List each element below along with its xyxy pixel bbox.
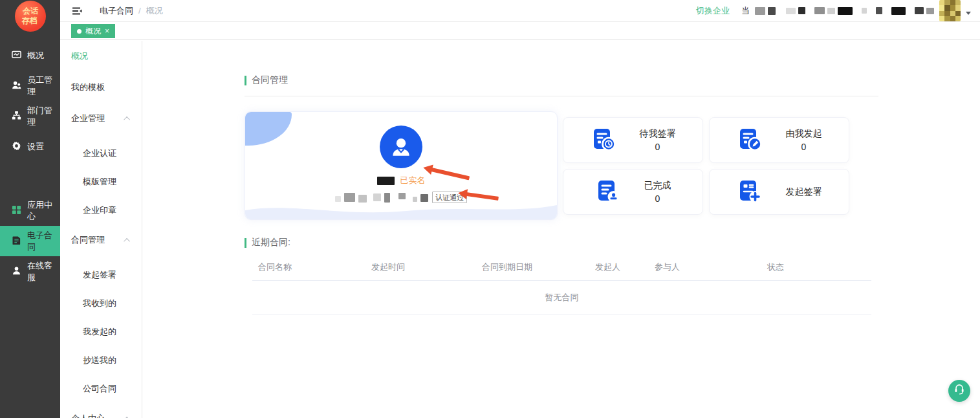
submenu-item-cc-to-me[interactable]: 抄送我的 bbox=[60, 346, 142, 375]
doc-add-icon bbox=[737, 178, 763, 206]
current-company-prefix: 当 bbox=[741, 5, 750, 17]
headset-icon bbox=[953, 383, 966, 399]
submenu-item-enterprise-seal[interactable]: 企业印章 bbox=[60, 196, 142, 225]
submenu-item-company-contracts[interactable]: 公司合同 bbox=[60, 375, 142, 403]
switch-company-link[interactable]: 切换企业 bbox=[696, 5, 730, 17]
column-contract-name: 合同名称 bbox=[252, 261, 365, 273]
submenu-label: 企业管理 bbox=[71, 113, 105, 124]
stat-card-start-signing[interactable]: 发起签署 bbox=[709, 169, 849, 215]
submenu-group-personal-center[interactable]: 个人中心 bbox=[60, 403, 142, 418]
stat-value: 0 bbox=[786, 140, 822, 153]
sidebar-item-label: 电子合同 bbox=[27, 230, 60, 253]
submenu-item-my-templates[interactable]: 我的模板 bbox=[60, 72, 142, 103]
doc-edit-icon bbox=[737, 126, 763, 155]
doc-clock-icon bbox=[591, 126, 616, 155]
caret-down-icon[interactable] bbox=[966, 12, 971, 15]
submenu-item-received[interactable]: 我收到的 bbox=[60, 289, 142, 318]
submenu-label: 概况 bbox=[71, 50, 88, 62]
submenu-label: 我收到的 bbox=[83, 298, 116, 309]
sidebar-item-settings[interactable]: 设置 bbox=[0, 131, 60, 162]
sidebar-item-label: 应用中心 bbox=[27, 199, 60, 223]
sidebar-item-departments[interactable]: 部门管理 bbox=[0, 101, 60, 131]
sidebar-item-app-center[interactable]: 应用中心 bbox=[0, 195, 60, 226]
section-title-contract-mgmt: 合同管理 bbox=[245, 74, 878, 86]
breadcrumb-current[interactable]: 概况 bbox=[146, 5, 163, 17]
section-title-text: 近期合同: bbox=[252, 237, 290, 248]
submenu-item-template-mgmt[interactable]: 模版管理 bbox=[60, 168, 142, 196]
submenu-label: 企业印章 bbox=[83, 204, 116, 216]
sidebar-item-e-contract[interactable]: 电子合同 bbox=[0, 226, 60, 256]
collapse-menu-icon[interactable] bbox=[71, 5, 83, 17]
main-content: 合同管理 已实名 bbox=[143, 41, 980, 418]
sidebar-item-label: 在线客服 bbox=[27, 260, 60, 283]
redacted-user-name bbox=[377, 177, 395, 185]
submenu-label: 我发起的 bbox=[83, 326, 116, 338]
column-participants: 参与人 bbox=[649, 261, 761, 273]
sidebar-item-label: 员工管理 bbox=[27, 74, 60, 98]
submenu-group-enterprise-mgmt[interactable]: 企业管理 bbox=[60, 103, 142, 134]
app-logo[interactable]: 会话 存档 bbox=[15, 1, 46, 32]
submenu-label: 模版管理 bbox=[83, 176, 116, 188]
profile-card: 已实名 认证通过 bbox=[245, 111, 558, 220]
support-icon bbox=[12, 266, 21, 278]
submenu-label: 公司合同 bbox=[83, 383, 116, 395]
submenu-item-initiate-sign[interactable]: 发起签署 bbox=[60, 261, 142, 289]
settings-icon bbox=[12, 141, 21, 153]
sidebar-item-online-support[interactable]: 在线客服 bbox=[0, 256, 60, 287]
breadcrumb-root[interactable]: 电子合同 bbox=[100, 5, 133, 17]
tab-active-dot-icon bbox=[77, 29, 82, 34]
customer-service-button[interactable] bbox=[948, 380, 970, 402]
chevron-up-icon bbox=[124, 237, 130, 244]
top-bar: 电子合同 / 概况 切换企业 当 bbox=[60, 0, 980, 22]
tab-overview[interactable]: 概况 × bbox=[71, 24, 115, 38]
stat-label: 发起签署 bbox=[786, 185, 822, 198]
user-avatar-icon bbox=[380, 126, 422, 168]
submenu-label: 我的模板 bbox=[71, 82, 105, 93]
submenu-label: 合同管理 bbox=[71, 234, 105, 246]
stat-value: 0 bbox=[644, 192, 671, 205]
user-avatar[interactable] bbox=[939, 0, 961, 21]
tab-close-icon[interactable]: × bbox=[105, 27, 109, 36]
column-status: 状态 bbox=[761, 261, 871, 273]
submenu-label: 发起签署 bbox=[83, 269, 116, 281]
sidebar-item-label: 部门管理 bbox=[27, 105, 60, 128]
doc-stamp-icon bbox=[595, 178, 621, 206]
recent-contracts-table: 合同名称 发起时间 合同到期日期 发起人 参与人 状态 暂无合同 bbox=[252, 254, 871, 314]
redacted-company-name bbox=[755, 7, 934, 15]
submenu-label: 个人中心 bbox=[71, 413, 105, 418]
submenu-item-overview[interactable]: 概况 bbox=[60, 41, 142, 72]
realname-badge: 已实名 bbox=[400, 175, 426, 186]
chevron-up-icon bbox=[124, 116, 130, 122]
secondary-sidebar: 概况 我的模板 企业管理 企业认证 模版管理 企业印章 合同管理 发起签署 我收… bbox=[60, 41, 142, 418]
stat-label: 由我发起 bbox=[786, 127, 822, 140]
employees-icon bbox=[12, 80, 21, 92]
submenu-item-enterprise-auth[interactable]: 企业认证 bbox=[60, 139, 142, 168]
sidebar-item-label: 设置 bbox=[27, 141, 44, 153]
green-bar-icon bbox=[245, 76, 246, 85]
contract-icon bbox=[12, 236, 21, 247]
dashboard-icon bbox=[12, 50, 21, 61]
stat-card-completed[interactable]: 已完成 0 bbox=[563, 169, 703, 215]
divider bbox=[245, 96, 878, 96]
section-title-recent-contracts: 近期合同: bbox=[245, 237, 878, 248]
logo-line1: 会话 bbox=[23, 6, 38, 16]
empty-state: 暂无合同 bbox=[252, 281, 871, 314]
app-root: 会话 存档 概况 员工管理 部门管理 bbox=[0, 0, 980, 418]
breadcrumb: 电子合同 / 概况 bbox=[100, 5, 163, 17]
submenu-group-contract-mgmt[interactable]: 合同管理 bbox=[60, 225, 142, 256]
decor-blob bbox=[245, 112, 292, 146]
sidebar-item-label: 概况 bbox=[27, 50, 44, 61]
sidebar-item-employees[interactable]: 员工管理 bbox=[0, 71, 60, 101]
stat-card-pending-my-sign[interactable]: 待我签署 0 bbox=[563, 117, 703, 163]
green-bar-icon bbox=[245, 238, 246, 248]
stat-label: 待我签署 bbox=[640, 127, 676, 140]
table-header-row: 合同名称 发起时间 合同到期日期 发起人 参与人 状态 bbox=[252, 254, 871, 281]
stat-card-initiated-by-me[interactable]: 由我发起 0 bbox=[709, 117, 849, 163]
submenu-item-initiated-by-me[interactable]: 我发起的 bbox=[60, 318, 142, 346]
sidebar-item-overview[interactable]: 概况 bbox=[0, 40, 60, 71]
stat-value: 0 bbox=[640, 140, 676, 153]
departments-icon bbox=[12, 111, 21, 122]
column-start-time: 发起时间 bbox=[365, 261, 476, 273]
apps-icon bbox=[12, 205, 21, 217]
column-expiry-date: 合同到期日期 bbox=[476, 261, 589, 273]
